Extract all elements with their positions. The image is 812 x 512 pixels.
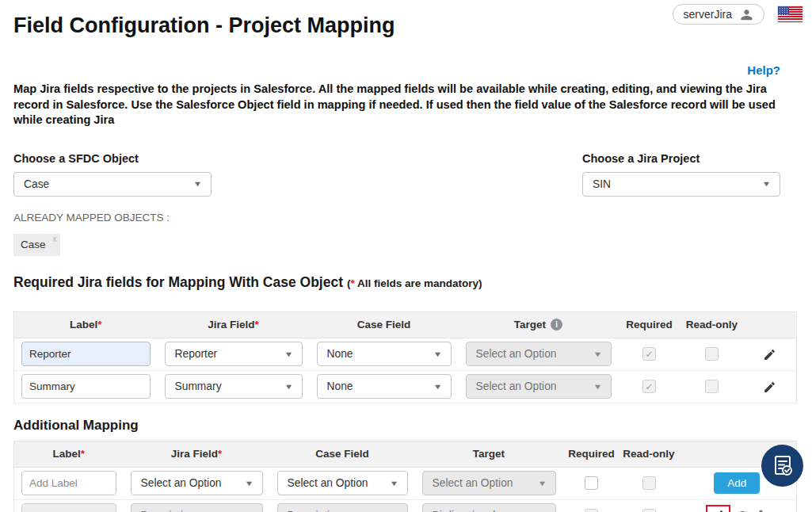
col-header-case-field: Case Field bbox=[270, 441, 415, 467]
page-description: Map Jira fields respective to the projec… bbox=[13, 82, 783, 128]
col-header-case-field: Case Field bbox=[310, 311, 459, 338]
chip-label: Case bbox=[21, 239, 46, 250]
delete-button[interactable] bbox=[736, 510, 749, 512]
target-select: Bi-directional▼ bbox=[422, 503, 556, 512]
chevron-down-icon: ▼ bbox=[593, 383, 602, 391]
jira-project-select[interactable]: SIN ▼ bbox=[582, 172, 780, 197]
additional-table-header-row: Label* Jira Field* Case Field Target Req… bbox=[14, 441, 797, 467]
chevron-down-icon: ▼ bbox=[284, 383, 293, 391]
col-header-jira-field: Jira Field* bbox=[158, 311, 310, 338]
header-text: Required bbox=[626, 319, 673, 331]
header-text: Case Field bbox=[357, 319, 411, 331]
mandatory-note: (* All fields are mandatory) bbox=[347, 277, 482, 289]
sfdc-object-label: Choose a SFDC Object bbox=[13, 152, 212, 165]
case-field-select[interactable]: None▼ bbox=[317, 342, 452, 366]
select-value: None bbox=[327, 348, 353, 360]
sfdc-object-select[interactable]: Case ▼ bbox=[13, 172, 212, 197]
required-star: * bbox=[255, 319, 259, 331]
checkmark-icon: ✓ bbox=[645, 382, 653, 392]
required-checkbox[interactable] bbox=[585, 476, 598, 490]
col-header-target: Targeti bbox=[459, 311, 619, 338]
select-value: Summary bbox=[175, 380, 222, 392]
header-text: Read-only bbox=[686, 319, 738, 331]
pencil-icon bbox=[711, 509, 725, 512]
additional-mapping-table: Label* Jira Field* Case Field Target Req… bbox=[13, 441, 797, 512]
target-select: Select an Option▼ bbox=[466, 342, 612, 366]
trash-icon bbox=[736, 510, 749, 512]
target-select: Select an Option▼ bbox=[422, 471, 556, 495]
required-star: * bbox=[81, 448, 85, 460]
sfdc-object-picker: Choose a SFDC Object Case ▼ bbox=[13, 152, 212, 197]
edit-button[interactable] bbox=[763, 348, 776, 361]
chevron-down-icon: ▼ bbox=[537, 480, 547, 487]
select-value: Select an Option bbox=[288, 477, 368, 489]
table-row-reporter: Reporter▼ None▼ Select an Option▼ ✓ bbox=[14, 338, 797, 370]
header-text: Case Field bbox=[315, 448, 369, 460]
readonly-checkbox bbox=[642, 476, 656, 490]
jira-field-select: Description▼ bbox=[131, 503, 263, 512]
chevron-down-icon: ▼ bbox=[389, 480, 398, 487]
chevron-down-icon: ▼ bbox=[433, 383, 442, 391]
topbar: serverJira bbox=[673, 4, 802, 25]
table-row-description: Description▼ Description▼ Bi-directional… bbox=[14, 499, 797, 512]
jira-field-select[interactable]: Select an Option▼ bbox=[131, 471, 263, 495]
case-field-select[interactable]: None▼ bbox=[317, 374, 452, 399]
jira-field-select[interactable]: Summary▼ bbox=[165, 374, 303, 399]
header-text: Target bbox=[514, 319, 546, 331]
required-star: * bbox=[97, 319, 101, 331]
user-name-label: serverJira bbox=[684, 8, 732, 21]
label-input[interactable] bbox=[21, 342, 151, 366]
user-icon bbox=[740, 8, 753, 21]
col-header-actions bbox=[744, 311, 797, 338]
table-row-summary: Summary▼ None▼ Select an Option▼ ✓ bbox=[14, 370, 797, 403]
mapped-object-chip: Case x bbox=[13, 234, 60, 256]
add-button[interactable]: Add bbox=[714, 472, 760, 494]
required-section-title: Required Jira fields for Mapping With Ca… bbox=[13, 273, 796, 292]
chevron-down-icon: ▼ bbox=[244, 480, 254, 487]
readonly-checkbox: ✓ bbox=[642, 509, 656, 512]
header-text: Jira Field bbox=[208, 319, 254, 331]
row-actions bbox=[678, 505, 797, 512]
page-container: Field Configuration - Project Mapping He… bbox=[0, 11, 812, 512]
help-link[interactable]: Help? bbox=[747, 63, 780, 77]
col-header-readonly: Read-only bbox=[620, 441, 678, 467]
select-value: None bbox=[327, 380, 353, 392]
info-icon[interactable]: i bbox=[551, 319, 562, 331]
edit-button[interactable] bbox=[763, 380, 776, 394]
add-label-input[interactable] bbox=[21, 471, 116, 495]
case-field-select[interactable]: Select an Option▼ bbox=[277, 471, 408, 495]
chip-remove-icon[interactable]: x bbox=[53, 235, 57, 243]
jira-field-select[interactable]: Reporter▼ bbox=[165, 342, 303, 366]
object-project-pickers: Choose a SFDC Object Case ▼ Choose a Jir… bbox=[13, 152, 780, 197]
header-text: Target bbox=[473, 448, 505, 460]
case-field-select: Description▼ bbox=[277, 503, 408, 512]
col-header-required: Required bbox=[563, 441, 620, 467]
col-header-jira-field: Jira Field* bbox=[124, 441, 270, 467]
target-select: Select an Option▼ bbox=[466, 374, 612, 399]
col-header-label: Label* bbox=[14, 441, 124, 467]
document-check-icon bbox=[772, 454, 794, 478]
label-input bbox=[21, 503, 116, 512]
required-checkbox: ✓ bbox=[642, 380, 656, 393]
select-value: Reporter bbox=[175, 348, 218, 360]
jira-project-picker: Choose a Jira Project SIN ▼ bbox=[582, 152, 780, 197]
chevron-down-icon: ▼ bbox=[284, 350, 293, 358]
pencil-icon bbox=[763, 380, 776, 394]
edit-button[interactable] bbox=[711, 509, 725, 512]
required-section-title-text: Required Jira fields for Mapping With Ca… bbox=[13, 274, 343, 290]
header-text: Jira Field bbox=[171, 448, 218, 460]
user-account-button[interactable]: serverJira bbox=[673, 4, 764, 25]
select-value: Select an Option bbox=[433, 477, 513, 489]
header-text: Required bbox=[568, 448, 615, 460]
us-flag-icon[interactable] bbox=[778, 6, 802, 22]
label-input[interactable] bbox=[21, 374, 151, 399]
chevron-down-icon: ▼ bbox=[593, 350, 602, 358]
feedback-survey-button[interactable] bbox=[761, 445, 803, 487]
readonly-checkbox bbox=[705, 347, 719, 361]
col-header-target: Target bbox=[415, 441, 563, 467]
required-table-header-row: Label* Jira Field* Case Field Targeti Re… bbox=[14, 311, 797, 338]
settings-button[interactable] bbox=[754, 509, 768, 512]
col-header-label: Label* bbox=[14, 311, 158, 338]
jira-project-value: SIN bbox=[593, 178, 611, 190]
required-star: * bbox=[218, 448, 222, 460]
